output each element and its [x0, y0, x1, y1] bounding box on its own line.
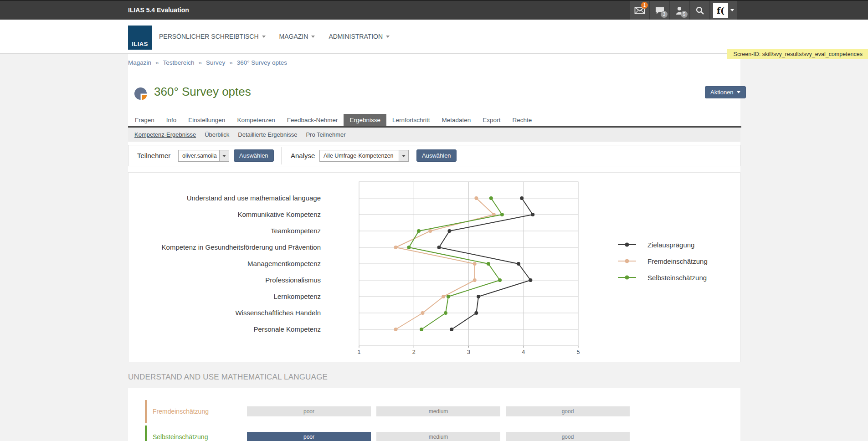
- chart-panel: 12345Understand and use mathematical lan…: [128, 172, 740, 362]
- legend-label: Selbsteinschätzung: [647, 274, 707, 282]
- category-label: Lernkompetenz: [274, 292, 321, 300]
- analysis-select-value: Alle Umfrage-Kompetenzen: [320, 153, 399, 159]
- data-point-zielauspr-gung: [474, 311, 478, 315]
- analysis-label: Analyse: [291, 152, 315, 159]
- tab-ergebnisse[interactable]: Ergebnisse: [344, 114, 386, 126]
- tab-rechte[interactable]: Rechte: [506, 114, 538, 126]
- competence-chart: 12345Understand and use mathematical lan…: [128, 178, 630, 360]
- select-caret-icon: [219, 150, 229, 161]
- topbar: ILIAS 5.4 Evaluation 1 3: [0, 0, 868, 20]
- tab-kompetenzen[interactable]: Kompetenzen: [231, 114, 281, 126]
- subtab-detaillierte-ergebnisse[interactable]: Detaillierte Ergebnisse: [238, 128, 297, 142]
- tab-feedback-nehmer[interactable]: Feedback-Nehmer: [281, 114, 344, 126]
- category-label: Personale Kompetenz: [253, 325, 321, 333]
- data-point-selbsteinsch-tzung: [489, 196, 493, 200]
- tab-fragen[interactable]: Fragen: [129, 114, 160, 126]
- competence-section-title: UNDERSTAND AND USE MATHEMATICAL LANGUAGE: [128, 373, 328, 382]
- users-button[interactable]: 5: [670, 1, 689, 20]
- menu-label: PERSÖNLICHER SCHREIBTISCH: [159, 33, 259, 40]
- data-point-fremdeinsch-tzung: [474, 196, 478, 200]
- analysis-select[interactable]: Alle Umfrage-Kompetenzen: [319, 150, 409, 162]
- rating-segment-poor: poor: [247, 406, 371, 416]
- select-caret-icon: [399, 150, 408, 161]
- row-color-edge: [145, 400, 147, 423]
- tab-export[interactable]: Export: [477, 114, 506, 126]
- user-avatar: f(: [713, 3, 728, 18]
- legend-item-fremdeinsch-tzung: Fremdeinschätzung: [618, 256, 708, 267]
- survey-pie-icon: [134, 87, 148, 103]
- rating-scale: poormediumgood: [247, 432, 630, 441]
- data-point-fremdeinsch-tzung: [473, 262, 477, 266]
- chart-legend: ZielausprägungFremdeinschätzungSelbstein…: [618, 239, 708, 283]
- tab-lernfortschritt[interactable]: Lernfortschritt: [386, 114, 436, 126]
- actions-button[interactable]: Aktionen: [705, 86, 746, 98]
- category-label: Managementkompetenz: [247, 260, 321, 267]
- participant-select-value: oliver.samoila: [179, 153, 219, 159]
- row-color-edge: [145, 426, 147, 441]
- data-point-selbsteinsch-tzung: [417, 229, 421, 233]
- page-title: 360° Survey optes: [154, 85, 251, 99]
- screen-id-badge: Screen-ID: skill/svy_results/svy_eval_co…: [727, 49, 868, 59]
- search-button[interactable]: [690, 1, 709, 20]
- data-point-selbsteinsch-tzung: [407, 246, 411, 249]
- app-title: ILIAS 5.4 Evaluation: [128, 1, 189, 19]
- rating-segment-poor: poor: [247, 432, 371, 441]
- subtab-pro-teilnehmer[interactable]: Pro Teilnehmer: [306, 128, 345, 142]
- filter-divider: [281, 147, 282, 164]
- participant-label: Teilnehmer: [137, 152, 170, 159]
- category-label: Kommunikative Kompetenz: [237, 210, 321, 218]
- legend-dot-icon: [625, 276, 629, 280]
- chat-badge: 3: [661, 11, 668, 18]
- menu-magazin[interactable]: MAGAZIN: [279, 33, 315, 40]
- chevron-down-icon: [386, 36, 390, 38]
- participant-select-button-label: Auswählen: [239, 152, 268, 159]
- tab-metadaten[interactable]: Metadaten: [436, 114, 477, 126]
- data-point-selbsteinsch-tzung: [487, 262, 490, 266]
- participant-select-button[interactable]: Auswählen: [234, 149, 274, 162]
- search-icon: [695, 6, 704, 15]
- analysis-select-button[interactable]: Auswählen: [416, 149, 457, 162]
- menu-label: ADMINISTRATION: [329, 33, 383, 40]
- legend-marker-icon: [618, 277, 636, 278]
- category-label: Teamkompetenz: [271, 227, 321, 235]
- data-point-fremdeinsch-tzung: [421, 311, 424, 315]
- analysis-select-button-label: Auswählen: [422, 152, 451, 159]
- menu-administration[interactable]: ADMINISTRATION: [329, 33, 390, 40]
- breadcrumb-link-survey[interactable]: Survey: [206, 59, 225, 66]
- actions-button-label: Aktionen: [710, 88, 734, 96]
- chevron-down-icon: [737, 91, 740, 93]
- topbar-icons: 1 3 5 f(: [630, 1, 737, 20]
- data-point-fremdeinsch-tzung: [394, 328, 398, 331]
- result-row-selbsteinsch-tzung: Selbsteinschätzungpoormediumgood: [128, 426, 740, 441]
- x-tick-label: 3: [467, 349, 470, 355]
- breadcrumb-separator: »: [229, 59, 233, 66]
- legend-marker-icon: [618, 261, 636, 262]
- tab-einstellungen[interactable]: Einstellungen: [182, 114, 231, 126]
- participant-select[interactable]: oliver.samoila: [178, 150, 229, 162]
- data-point-zielauspr-gung: [531, 213, 534, 216]
- legend-label: Zielausprägung: [647, 241, 694, 249]
- chevron-down-icon: [311, 36, 315, 38]
- subtab-berblick[interactable]: Überblick: [205, 128, 229, 142]
- user-menu-button[interactable]: f(: [710, 1, 737, 20]
- legend-item-zielauspr-gung: Zielausprägung: [618, 239, 708, 250]
- data-point-selbsteinsch-tzung: [420, 328, 423, 331]
- subtab-kompetenz-ergebnisse[interactable]: Kompetenz-Ergebnisse: [134, 128, 196, 142]
- breadcrumb-link-testbereich[interactable]: Testbereich: [163, 59, 195, 66]
- breadcrumb-link-360-survey-optes[interactable]: 360° Survey optes: [237, 59, 287, 66]
- mail-button[interactable]: 1: [630, 1, 649, 20]
- category-label: Understand and use mathematical language: [187, 194, 321, 202]
- chevron-down-icon: [730, 9, 734, 11]
- rating-segment-medium: medium: [376, 432, 500, 441]
- breadcrumb-link-magazin[interactable]: Magazin: [128, 59, 151, 66]
- data-point-zielauspr-gung: [520, 196, 524, 200]
- chevron-down-icon: [262, 36, 266, 38]
- tab-info[interactable]: Info: [160, 114, 183, 126]
- data-point-fremdeinsch-tzung: [394, 246, 398, 249]
- result-row-fremdeinsch-tzung: Fremdeinschätzungpoormediumgood: [128, 400, 740, 423]
- ilias-logo[interactable]: ILIAS: [128, 26, 152, 50]
- chat-button[interactable]: 3: [650, 1, 669, 20]
- data-point-zielauspr-gung: [447, 229, 451, 233]
- menu-pers-nlicher-schreibtisch[interactable]: PERSÖNLICHER SCHREIBTISCH: [159, 33, 266, 40]
- data-point-zielauspr-gung: [477, 295, 480, 298]
